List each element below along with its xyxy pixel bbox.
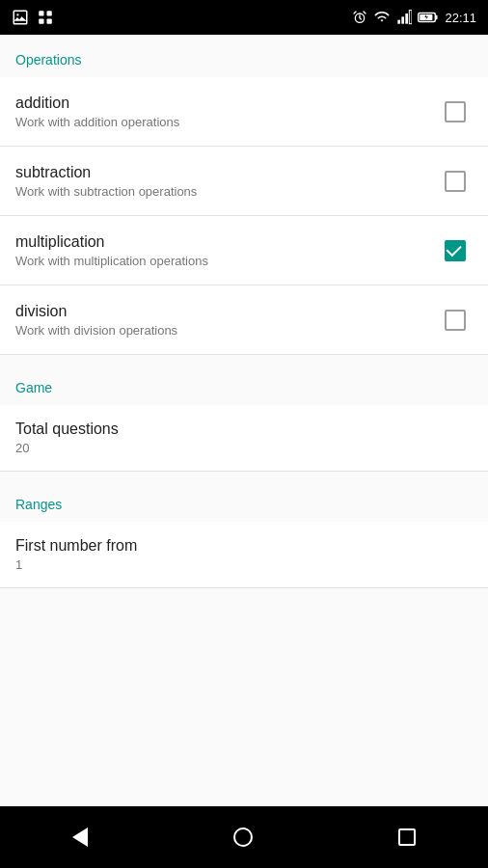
svg-rect-10: [410, 11, 413, 24]
time-display: 22:11: [445, 11, 476, 25]
recent-icon: [398, 828, 416, 846]
multiplication-checkbox-box: [445, 240, 466, 261]
division-checkbox-box: [445, 310, 466, 331]
addition-item[interactable]: addition Work with addition operations: [0, 77, 488, 147]
addition-checkbox-box: [445, 101, 466, 122]
alarm-icon: [352, 10, 367, 25]
subtraction-checkbox[interactable]: [438, 164, 473, 199]
total-questions-item[interactable]: Total questions 20: [0, 405, 488, 472]
svg-rect-7: [398, 20, 401, 24]
nav-bar: [0, 806, 488, 868]
main-content: Operations addition Work with addition o…: [0, 35, 488, 806]
division-subtitle: Work with division operations: [15, 323, 438, 338]
back-icon: [72, 827, 88, 847]
subtraction-title: subtraction: [15, 164, 438, 181]
svg-rect-9: [406, 14, 409, 24]
game-section-header: Game: [0, 363, 488, 405]
subtraction-checkbox-box: [445, 171, 466, 192]
addition-text: addition Work with addition operations: [15, 95, 438, 129]
svg-point-1: [16, 14, 18, 15]
status-bar-right-icons: 22:11: [352, 10, 476, 25]
wifi-icon: [373, 10, 391, 25]
subtraction-item[interactable]: subtraction Work with subtraction operat…: [0, 147, 488, 216]
multiplication-text: multiplication Work with multiplication …: [15, 233, 438, 268]
subtraction-subtitle: Work with subtraction operations: [15, 184, 438, 199]
svg-rect-8: [402, 16, 405, 23]
division-item[interactable]: division Work with division operations: [0, 285, 488, 355]
gallery-icon: [12, 9, 29, 26]
first-number-from-value: 1: [15, 557, 473, 572]
addition-subtitle: Work with addition operations: [15, 115, 438, 129]
svg-rect-2: [39, 11, 43, 15]
first-number-from-item[interactable]: First number from 1: [0, 522, 488, 588]
first-number-from-title: First number from: [15, 537, 473, 555]
svg-rect-0: [14, 11, 27, 24]
status-bar-left-icons: [12, 9, 54, 26]
gap-1: [0, 355, 488, 363]
signal-icon: [396, 10, 412, 25]
svg-rect-5: [47, 19, 52, 24]
addition-title: addition: [15, 95, 438, 112]
svg-rect-3: [47, 11, 52, 15]
subtraction-text: subtraction Work with subtraction operat…: [15, 164, 438, 199]
back-button[interactable]: [63, 818, 97, 856]
multiplication-item[interactable]: multiplication Work with multiplication …: [0, 216, 488, 285]
svg-rect-4: [39, 19, 43, 24]
battery-icon: [418, 11, 439, 24]
multiplication-subtitle: Work with multiplication operations: [15, 254, 438, 268]
app-icon: [37, 9, 54, 26]
operations-section-header: Operations: [0, 35, 488, 77]
svg-rect-13: [436, 15, 438, 19]
division-text: division Work with division operations: [15, 303, 438, 338]
division-title: division: [15, 303, 438, 320]
ranges-section-header: Ranges: [0, 479, 488, 522]
total-questions-title: Total questions: [15, 420, 473, 438]
multiplication-checkbox[interactable]: [438, 233, 473, 268]
recent-button[interactable]: [389, 819, 425, 855]
home-icon: [233, 827, 253, 847]
total-questions-value: 20: [15, 441, 473, 455]
gap-2: [0, 472, 488, 479]
home-button[interactable]: [224, 818, 262, 856]
addition-checkbox[interactable]: [438, 95, 473, 129]
multiplication-title: multiplication: [15, 233, 438, 251]
division-checkbox[interactable]: [438, 303, 473, 338]
status-bar: 22:11: [0, 0, 488, 35]
